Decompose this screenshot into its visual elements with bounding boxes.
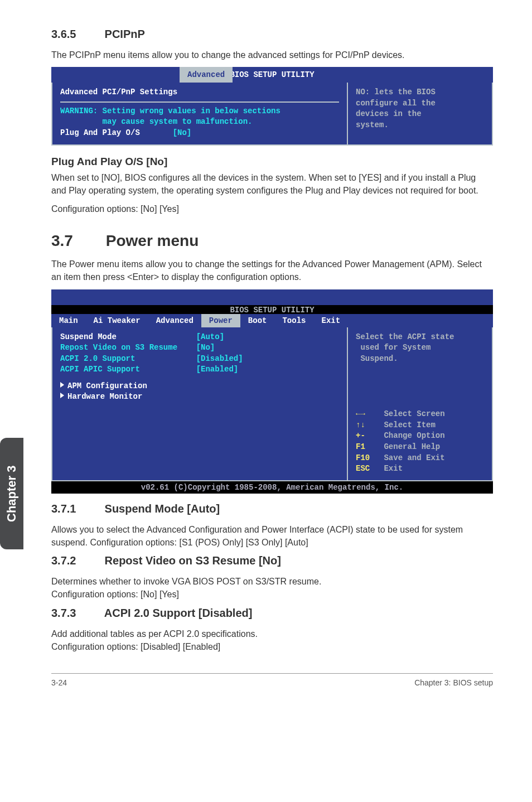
bios1-item-val: [No] xyxy=(173,128,192,137)
bios2-row0-val: [Auto] xyxy=(196,332,224,341)
bios2-row2-label: ACPI 2.0 Support xyxy=(60,354,135,363)
legend-key-f1: F1 xyxy=(356,442,365,451)
bios2-row1-val: [No] xyxy=(196,343,215,352)
bios2-help1: Select the ACPI state xyxy=(356,332,484,343)
bios1-help1: NO: lets the BIOS xyxy=(356,87,484,98)
bios2-row2-val: [Disabled] xyxy=(196,354,243,363)
legend-val-5: Exit xyxy=(384,464,403,473)
bios2-row0-label: Suspend Mode xyxy=(60,332,117,341)
bios2-legend-4: F10 Save and Exit xyxy=(356,453,484,464)
bios2-sub1-label: APM Configuration xyxy=(67,381,147,390)
bios2-row3-val: [Enabled] xyxy=(196,365,239,374)
section-372-p2: Configuration options: [No] [Yes] xyxy=(51,588,493,601)
bios2-sub2-label: Hardware Monitor xyxy=(67,392,142,401)
bios2-legend-5: ESC Exit xyxy=(356,463,484,475)
section-373-p1: Add additional tables as per ACPI 2.0 sp… xyxy=(51,627,493,640)
bios2-legend-1: ↑↓ Select Item xyxy=(356,420,484,431)
bios1-item-row: Plug And Play O/S [No] xyxy=(60,128,339,139)
page-footer: 3-24 Chapter 3: BIOS setup xyxy=(51,673,493,687)
triangle-icon xyxy=(60,382,64,388)
section-365-num: 3.6.5 xyxy=(51,28,101,41)
section-371-title: Suspend Mode [Auto] xyxy=(105,503,220,515)
legend-key-plusminus: +- xyxy=(356,431,365,440)
legend-val-0: Select Screen xyxy=(384,409,444,418)
bios2-tab-power: Power xyxy=(201,314,240,327)
section-372-p1: Determines whether to invoke VGA BIOS PO… xyxy=(51,575,493,588)
bios-screenshot-pcipnp: BIOS SETUP UTILITY Advanced Advanced PCI… xyxy=(51,67,493,145)
pap-p2: Configuration options: [No] [Yes] xyxy=(51,202,493,215)
section-37-num: 3.7 xyxy=(51,232,101,250)
bios1-heading: Advanced PCI/PnP Settings xyxy=(60,87,339,98)
section-372-heading: 3.7.2 Repost Video on S3 Resume [No] xyxy=(51,554,493,567)
section-365-title: PCIPnP xyxy=(105,28,145,40)
section-371-p: Allows you to select the Advanced Config… xyxy=(51,523,493,549)
legend-key-f10: F10 xyxy=(356,453,370,462)
footer-right: Chapter 3: BIOS setup xyxy=(414,678,493,687)
bios1-tab-advanced: Advanced xyxy=(180,67,233,83)
bios2-tab-exit: Exit xyxy=(313,316,348,325)
section-372-num: 3.7.2 xyxy=(51,554,101,567)
pap-p1: When set to [NO], BIOS configures all th… xyxy=(51,171,493,197)
section-373-num: 3.7.3 xyxy=(51,607,101,620)
bios1-warn2: may cause system to malfunction. xyxy=(60,117,339,128)
bios-screenshot-power: BIOS SETUP UTILITY Main Ai Tweaker Advan… xyxy=(51,289,493,494)
bios1-item-label: Plug And Play O/S xyxy=(60,128,140,137)
bios2-tab-advanced: Advanced xyxy=(148,316,201,325)
section-37-intro: The Power menu items allow you to change… xyxy=(51,258,493,283)
legend-key-updown: ↑↓ xyxy=(356,421,365,429)
bios2-tab-aitweaker: Ai Tweaker xyxy=(86,316,148,325)
section-371-heading: 3.7.1 Suspend Mode [Auto] xyxy=(51,503,493,515)
section-365-intro: The PCIPnP menu items allow you to chang… xyxy=(51,49,493,61)
legend-val-2: Change Option xyxy=(384,431,444,440)
bios2-row-0: Suspend Mode [Auto] xyxy=(60,332,339,343)
bios1-help3: devices in the xyxy=(356,109,484,120)
section-372-title: Repost Video on S3 Resume [No] xyxy=(105,554,281,567)
triangle-icon xyxy=(60,393,64,398)
section-373-heading: 3.7.3 ACPI 2.0 Support [Disabled] xyxy=(51,607,493,620)
pap-heading: Plug And Play O/S [No] xyxy=(51,156,493,168)
section-373-title: ACPI 2.0 Support [Disabled] xyxy=(104,607,253,619)
section-37-heading: 3.7 Power menu xyxy=(51,232,493,250)
bios1-util-title: BIOS SETUP UTILITY xyxy=(51,67,493,83)
bios2-tab-main: Main xyxy=(51,316,86,325)
bios2-legend-3: F1 General Help xyxy=(356,442,484,453)
legend-key-esc: ESC xyxy=(356,464,370,473)
bios2-row-3: ACPI APIC Support [Enabled] xyxy=(60,364,339,375)
bios2-row-1: Repost Video on S3 Resume [No] xyxy=(60,342,339,354)
bios2-row1-label: Repost Video on S3 Resume xyxy=(60,343,177,352)
bios2-copyright: v02.61 (C)Copyright 1985-2008, American … xyxy=(51,481,493,494)
bios2-tab-boot: Boot xyxy=(240,316,275,325)
bios2-sub2: Hardware Monitor xyxy=(60,392,339,403)
legend-key-arrows: ←→ xyxy=(356,409,365,418)
legend-val-4: Save and Exit xyxy=(384,453,444,462)
bios2-sub1: APM Configuration xyxy=(60,381,339,392)
legend-val-1: Select Item xyxy=(384,421,435,429)
section-373-p2: Configuration options: [Disabled] [Enabl… xyxy=(51,640,493,653)
bios2-help2: used for System xyxy=(356,342,484,354)
section-365-heading: 3.6.5 PCIPnP xyxy=(51,28,493,41)
section-37-title: Power menu xyxy=(106,232,199,249)
bios1-help4: system. xyxy=(356,120,484,131)
bios2-legend-0: ←→ Select Screen xyxy=(356,409,484,420)
bios1-warn1: WARNING: Setting wrong values in below s… xyxy=(60,106,339,117)
bios1-help2: configure all the xyxy=(356,98,484,109)
footer-left: 3-24 xyxy=(51,678,67,687)
section-371-num: 3.7.1 xyxy=(51,503,101,515)
bios2-help3: Suspend. xyxy=(356,354,484,365)
bios2-row-2: ACPI 2.0 Support [Disabled] xyxy=(60,354,339,365)
bios2-util-title: BIOS SETUP UTILITY xyxy=(230,306,314,315)
bios2-tab-tools: Tools xyxy=(274,316,313,325)
bios2-legend-2: +- Change Option xyxy=(356,431,484,442)
legend-val-3: General Help xyxy=(384,442,440,451)
bios2-row3-label: ACPI APIC Support xyxy=(60,365,140,374)
